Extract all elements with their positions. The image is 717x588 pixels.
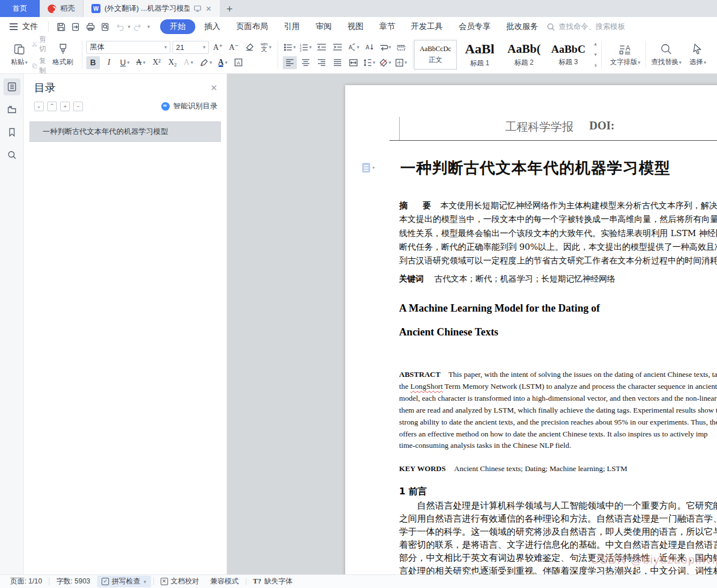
- font-color-button[interactable]: A▾: [216, 56, 229, 69]
- page-indicator[interactable]: 页面: 1/10: [6, 576, 47, 587]
- spellcheck-dropdown-icon[interactable]: ▾: [144, 579, 146, 585]
- paste-button[interactable]: 粘贴▾: [7, 41, 32, 68]
- ribbon-tab-review[interactable]: 审阅: [309, 19, 338, 34]
- strikethrough-button[interactable]: A▾: [134, 56, 148, 69]
- document-canvas[interactable]: 工程科学学报 DOI: ▾ 一种判断古代文本年代的机器学习模型 摘 要本文使用长…: [227, 74, 717, 574]
- ribbon-tab-view[interactable]: 视图: [341, 19, 370, 34]
- character-scale-button[interactable]: [394, 41, 408, 54]
- shading-button[interactable]: ▾: [378, 56, 392, 69]
- style-scroll-up-icon[interactable]: ▲: [593, 41, 598, 47]
- tab-docer[interactable]: 稻壳: [40, 0, 83, 17]
- save-button[interactable]: [53, 20, 68, 33]
- superscript-button[interactable]: X²: [150, 56, 163, 69]
- redo-button[interactable]: [131, 20, 145, 33]
- print-button[interactable]: [83, 20, 98, 33]
- font-name-select[interactable]: 黑体▾: [86, 41, 170, 54]
- text-direction-button[interactable]: A: [362, 41, 376, 54]
- bookmark-panel-button[interactable]: [3, 124, 20, 141]
- asian-layout-button[interactable]: A ▾: [346, 41, 360, 54]
- highlight-color-button[interactable]: ▾: [198, 56, 214, 69]
- ribbon-tab-home[interactable]: 开始: [160, 19, 195, 34]
- share-screen-icon[interactable]: [194, 5, 202, 12]
- tab-home[interactable]: 首页: [0, 0, 40, 17]
- wrap-button[interactable]: ▾: [378, 41, 392, 54]
- bullet-list-button[interactable]: ▾: [283, 41, 297, 54]
- proofread-toggle[interactable]: ✕ 文档校对: [156, 576, 204, 587]
- ribbon-tab-section[interactable]: 章节: [372, 19, 402, 34]
- missing-font-indicator[interactable]: T? 缺失字体: [249, 576, 297, 587]
- window-tab-bar: 首页 稻壳 W (外文翻译) ...机器学习模型 ✕ ＋: [0, 0, 717, 17]
- body-line: 学于一体的科学。这一领域的研究将涉及自然语言，即人类使用的语言，所以它与语言学的: [399, 525, 717, 538]
- clear-format-button[interactable]: [243, 41, 257, 54]
- toc-expand-all-button[interactable]: ⌄: [34, 102, 44, 111]
- ribbon-tab-correction[interactable]: 批改服务: [500, 19, 545, 34]
- command-search[interactable]: 查找命令、搜索模板: [547, 22, 710, 32]
- underline-button[interactable]: U▾: [118, 56, 132, 69]
- cut-button[interactable]: 剪切: [32, 35, 49, 54]
- subscript-button[interactable]: X₂: [166, 56, 179, 69]
- word-count[interactable]: 字数: 5903: [52, 576, 95, 587]
- bold-button[interactable]: B: [86, 56, 100, 69]
- justify-button[interactable]: [330, 56, 345, 69]
- increase-indent-button[interactable]: [330, 41, 345, 54]
- numbered-list-button[interactable]: 123 ▾: [299, 41, 313, 54]
- style-heading3[interactable]: AaBbC 标题 3: [547, 40, 590, 70]
- font-size-select[interactable]: 21▾: [173, 41, 209, 54]
- style-normal[interactable]: AaBbCcDc 正文: [414, 40, 457, 70]
- toc-zoom-out-button[interactable]: －: [73, 102, 83, 111]
- toc-item[interactable]: 一种判断古代文本年代的机器学习模型: [30, 121, 221, 142]
- italic-button[interactable]: I: [102, 56, 116, 69]
- chapter-panel-button[interactable]: [3, 101, 20, 118]
- undo-button[interactable]: [112, 20, 127, 33]
- smart-toc-button[interactable]: 智能识别目录: [161, 101, 217, 111]
- ribbon-tab-insert[interactable]: 插入: [198, 19, 227, 34]
- close-tab-icon[interactable]: ✕: [206, 5, 212, 13]
- text-effects-button[interactable]: A▾: [182, 56, 195, 69]
- file-menu-button[interactable]: 文件: [7, 22, 44, 32]
- find-replace-button[interactable]: 查找替换▾: [647, 41, 686, 68]
- line-spacing-button[interactable]: ▾: [362, 56, 376, 69]
- ribbon-tab-member[interactable]: 会员专享: [452, 19, 497, 34]
- increase-font-button[interactable]: A⁺: [211, 41, 225, 54]
- ribbon-tab-references[interactable]: 引用: [277, 19, 307, 34]
- ribbon-tab-page-layout[interactable]: 页面布局: [229, 19, 275, 34]
- new-tab-button[interactable]: ＋: [220, 0, 239, 17]
- text-layout-button[interactable]: A 文字排版▾: [606, 41, 644, 68]
- paste-label: 粘贴: [11, 58, 24, 66]
- customize-quick-toolbar-icon[interactable]: ▾: [148, 24, 150, 30]
- search-panel-button[interactable]: [3, 146, 20, 163]
- character-border-button[interactable]: A: [232, 56, 245, 69]
- body-line: 自然语言处理是计算机科学领域与人工智能领域中的一个重要方向。它研究能实现人与: [399, 499, 717, 512]
- keywords-cn-label: 关键词: [399, 274, 424, 283]
- toc-collapse-all-button[interactable]: ⌃: [47, 102, 57, 111]
- style-gallery-expand-icon[interactable]: ⇟: [594, 63, 598, 68]
- toc-zoom-in-button[interactable]: ＋: [60, 102, 70, 111]
- align-right-button[interactable]: [315, 56, 329, 69]
- toc-close-icon[interactable]: ✕: [210, 83, 217, 93]
- editing-group: A 文字排版▾ 查找替换▾ 选择▾: [602, 39, 714, 71]
- redo-icon: [133, 22, 142, 32]
- clipboard-group: 粘贴▾ 剪切 复制: [3, 39, 81, 71]
- align-center-button[interactable]: [299, 56, 313, 69]
- paragraph-nav-icon[interactable]: ▾: [362, 163, 375, 173]
- ribbon-tab-dev-tools[interactable]: 开发工具: [404, 19, 450, 34]
- tab-document[interactable]: W (外文翻译) ...机器学习模型 ✕: [83, 0, 220, 17]
- format-painter-button[interactable]: 格式刷: [49, 41, 77, 68]
- export-button[interactable]: [68, 20, 83, 33]
- style-heading1[interactable]: AaBl 标题 1: [458, 40, 501, 70]
- style-scroll-down-icon[interactable]: ▼: [593, 52, 598, 57]
- print-preview-button[interactable]: [98, 20, 112, 33]
- select-button[interactable]: 选择▾: [685, 41, 710, 68]
- align-left-button[interactable]: [283, 56, 297, 69]
- toc-panel-button[interactable]: [3, 78, 20, 95]
- pinyin-guide-button[interactable]: wén文▾: [259, 41, 273, 54]
- compat-mode-indicator[interactable]: 兼容模式: [206, 576, 244, 587]
- copy-button[interactable]: 复制: [32, 56, 49, 75]
- borders-button[interactable]: ▾: [394, 56, 408, 69]
- document-page[interactable]: 工程科学学报 DOI: ▾ 一种判断古代文本年代的机器学习模型 摘 要本文使用长…: [345, 85, 717, 574]
- style-heading2[interactable]: AaBb( 标题 2: [502, 40, 546, 70]
- decrease-font-button[interactable]: A⁻: [227, 41, 241, 54]
- spellcheck-toggle[interactable]: ✓ 拼写检查 ▾: [97, 576, 151, 587]
- decrease-indent-button[interactable]: [315, 41, 329, 54]
- distribute-button[interactable]: [346, 56, 360, 69]
